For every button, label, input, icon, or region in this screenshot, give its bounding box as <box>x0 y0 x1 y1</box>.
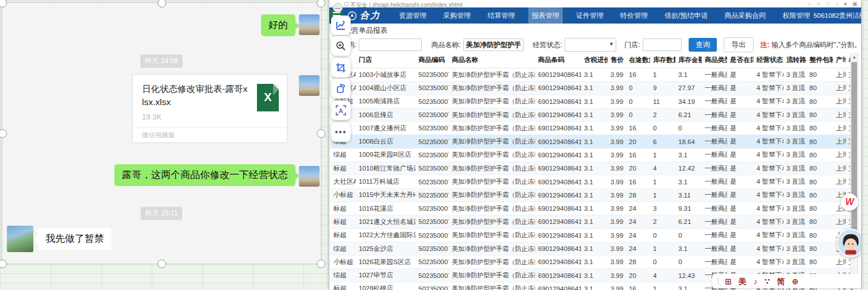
table-cell: 一般商品 <box>702 162 727 175</box>
table-row[interactable]: 小标超1005南浦路店502350007美加净防护型护手霜（防止冻裂）30g69… <box>331 95 858 108</box>
table-row[interactable]: 综超1009花果园R区店502350007美加净防护型护手霜（防止冻裂）30g6… <box>331 148 858 161</box>
table-cell: 标超 <box>331 202 356 215</box>
chevron-down-icon: ▾ <box>610 40 613 48</box>
table-cell: 3.1 <box>581 202 608 215</box>
table-row[interactable]: 大社区A1011万科城店502350007美加净防护型护手霜（防止冻裂）30g6… <box>331 175 858 188</box>
nav-item-5[interactable]: 特价管理 <box>617 7 651 24</box>
table-cell: 502350007 <box>416 122 449 135</box>
table-row[interactable]: 综超1006息烽店502350007美加净防护型护手霜（防止冻裂）30g6901… <box>331 108 858 121</box>
table-cell: 3.99 <box>608 229 626 242</box>
name-label: 商品名称: <box>431 40 460 50</box>
table-row[interactable]: 标超1021遵义大恒名城店502350007美加净防护型护手霜（防止冻裂）30g… <box>331 215 858 229</box>
table-cell: 美加净防护型护手霜（防止冻裂）30g <box>449 162 535 175</box>
snip-minimize-button[interactable]: — <box>333 3 343 13</box>
wps-widget[interactable]: W <box>841 194 858 211</box>
nav-item-6[interactable]: 借款/预结申请 <box>661 7 711 24</box>
ime-icon-1[interactable]: 美 <box>739 277 747 285</box>
table-cell: 2 <box>650 108 675 121</box>
snip-crop-button[interactable] <box>331 58 351 78</box>
nav-item-1[interactable]: 采购管理 <box>440 7 474 24</box>
nav-item-0[interactable]: 资源管理 <box>395 7 430 24</box>
selection-handle[interactable] <box>0 260 7 268</box>
table-row[interactable]: 大社区A1003小城故事店502350007美加净防护型护手霜（防止冻裂）30g… <box>331 68 858 82</box>
table-cell: 上海 <box>833 162 846 175</box>
table-cell: 3.99 <box>608 148 626 161</box>
company-name[interactable]: 5061082贵州洁丽达贸易有限责任公司 <box>813 11 862 20</box>
selection-handle[interactable] <box>158 260 166 268</box>
table-cell: 1022大方佳鑫国际店 <box>356 229 416 242</box>
ime-icon-5[interactable]: ⊕ <box>792 277 798 285</box>
store-input[interactable] <box>643 38 682 51</box>
table-cell: 3 直流 <box>783 108 806 121</box>
table-cell: 502350007 <box>416 135 449 148</box>
snip-zoom-button[interactable] <box>331 36 351 56</box>
table-cell: 16 <box>626 68 650 82</box>
ime-icons[interactable]: ⊞美♪∵简⊕ <box>725 277 798 285</box>
table-cell: 6901294086418 <box>535 282 581 290</box>
nav-item-7[interactable]: 商品采购合同 <box>721 7 769 24</box>
chat-bubble-reply: 我先做了暂禁 <box>38 228 112 250</box>
nav-item-4[interactable]: 证件管理 <box>573 7 607 24</box>
table-cell: 6901294086418 <box>535 122 581 135</box>
file-message-card[interactable]: 日化状态修改审批表-露哥xlsx.xlsx X 19.3K 微信电脑版 <box>132 74 287 143</box>
browser-toolbar-icons[interactable]: ⌕○☆ ↓●▣ <box>808 1 858 7</box>
selection-handle[interactable] <box>317 260 325 268</box>
table-row[interactable]: 综超1007遵义播州店502350007美加净防护型护手霜（防止冻裂）30g69… <box>331 122 858 135</box>
table-cell: 3.1 <box>581 282 608 290</box>
ime-icon-4[interactable]: 简 <box>777 277 785 285</box>
table-cell: 3 直流 <box>783 162 806 175</box>
name-input[interactable] <box>463 38 524 51</box>
table-row[interactable]: 小标超1026花果园S区店502350007美加净防护型护手霜（防止冻裂）30g… <box>331 256 858 269</box>
table-cell: 3.1 <box>581 68 608 82</box>
selection-handle[interactable] <box>317 0 325 7</box>
table-row[interactable]: 综超1025金沙店502350007美加净防护型护手霜（防止冻裂）30g6901… <box>331 242 858 255</box>
table-cell: 24 <box>626 242 650 255</box>
scroll-up-icon[interactable]: ▲ <box>851 55 858 60</box>
table-cell: 6901294086418 <box>535 82 581 95</box>
nav-item-8[interactable]: 权限管理 <box>779 7 813 24</box>
table-cell: 是 <box>727 256 754 269</box>
table-row[interactable]: 标超1010榕江常驰广场店502350007美加净防护型护手霜（防止冻裂）30g… <box>331 162 858 175</box>
ime-icon-3[interactable]: ∵ <box>765 277 770 285</box>
snip-ocr-button[interactable]: A <box>331 100 351 120</box>
table-cell: 美加净防护型护手霜（防止冻裂）30g <box>449 95 535 108</box>
table-row[interactable]: 大社区A1004观山小区店502350007美加净防护型护手霜（防止冻裂）30g… <box>331 82 858 95</box>
table-cell: 1028松桃店 <box>356 282 416 290</box>
export-button[interactable]: 导出 <box>724 37 754 52</box>
wechat-chat-window: 好的 昨天 14:58 日化状态修改审批表-露哥xlsx.xlsx X 19.3… <box>2 2 321 264</box>
table-cell: 6.21 <box>675 108 702 121</box>
status-select[interactable]: ▾ <box>564 38 616 52</box>
table-cell: 上海 <box>833 175 846 188</box>
table-cell: 是 <box>727 82 754 95</box>
table-cell: 0 <box>650 256 675 269</box>
snip-copy-button[interactable] <box>331 79 351 98</box>
avatar-self <box>299 14 320 35</box>
table-cell: 3.1 <box>581 269 608 282</box>
ime-icon-2[interactable]: ♪ <box>754 277 758 285</box>
snip-more-button[interactable]: ••• <box>331 122 351 142</box>
table-row[interactable]: 综超1008白云店502350007美加净防护型护手霜（防止冻裂）30g6901… <box>331 135 858 148</box>
table-row[interactable]: 标超1016花溪店502350007美加净防护型护手霜（防止冻裂）30g6901… <box>331 202 858 215</box>
table-cell: 6901294086418 <box>535 135 581 148</box>
store-label: 门店: <box>624 40 640 50</box>
table-cell: 美加净防护型护手霜（防止冻裂）30g <box>449 215 535 229</box>
ime-drag-handle[interactable]: ⁞ <box>717 277 719 285</box>
ime-icon-0[interactable]: ⊞ <box>725 277 732 285</box>
table-cell: 美加净防护型护手霜（防止冻裂）30g <box>449 68 535 82</box>
search-button[interactable]: 查询 <box>689 38 717 52</box>
code-input[interactable] <box>359 38 422 51</box>
selection-handle[interactable] <box>317 129 325 138</box>
table-row[interactable]: 小标超1015中天未来方舟H4店502350007美加净防护型护手霜（防止冻裂）… <box>331 188 858 202</box>
table-cell: 3.99 <box>608 162 626 175</box>
snip-chart-button[interactable] <box>331 16 351 35</box>
table-row[interactable]: 标超1022大方佳鑫国际店502350007美加净防护型护手霜（防止冻裂）30g… <box>331 229 858 242</box>
tab-report-name[interactable]: 经营单品报表 <box>344 26 387 36</box>
nav-item-2[interactable]: 结算管理 <box>484 7 519 24</box>
table-cell: 是 <box>727 108 754 121</box>
nav-item-3[interactable]: 报表管理 <box>528 7 563 24</box>
chart-icon <box>335 20 347 31</box>
assistant-avatar[interactable] <box>836 229 862 257</box>
ime-toolbar[interactable]: ⁞ ⊞美♪∵简⊕ <box>712 274 862 288</box>
table-cell: 是 <box>727 148 754 161</box>
table-cell: 3.99 <box>608 135 626 148</box>
